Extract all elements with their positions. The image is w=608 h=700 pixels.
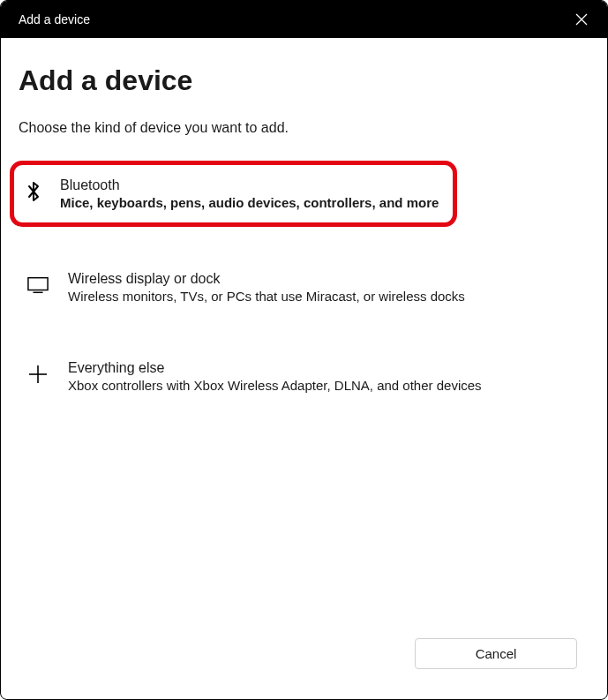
cancel-button[interactable]: Cancel: [415, 638, 577, 669]
plus-icon: [27, 364, 49, 385]
option-wireless-text: Wireless display or dock Wireless monito…: [68, 271, 465, 304]
option-bluetooth-desc: Mice, keyboards, pens, audio devices, co…: [60, 195, 439, 210]
option-everything-title: Everything else: [68, 360, 482, 376]
option-bluetooth-text: Bluetooth Mice, keyboards, pens, audio d…: [60, 177, 439, 210]
monitor-icon: [27, 275, 49, 296]
titlebar-title: Add a device: [19, 12, 90, 26]
page-title: Add a device: [19, 64, 589, 97]
page-subtitle: Choose the kind of device you want to ad…: [19, 120, 589, 136]
titlebar: Add a device: [1, 1, 607, 38]
close-button[interactable]: [574, 11, 589, 27]
option-everything-text: Everything else Xbox controllers with Xb…: [68, 360, 482, 393]
option-everything-desc: Xbox controllers with Xbox Wireless Adap…: [68, 378, 482, 393]
dialog-content: Add a device Choose the kind of device y…: [1, 38, 607, 699]
svg-rect-2: [28, 278, 48, 290]
option-wireless-display[interactable]: Wireless display or dock Wireless monito…: [19, 259, 589, 316]
option-wireless-title: Wireless display or dock: [68, 271, 465, 287]
device-options: Bluetooth Mice, keyboards, pens, audio d…: [19, 161, 589, 405]
dialog-footer: Cancel: [19, 638, 589, 681]
bluetooth-icon: [23, 181, 44, 202]
close-icon: [575, 13, 588, 26]
option-bluetooth[interactable]: Bluetooth Mice, keyboards, pens, audio d…: [10, 161, 457, 227]
option-wireless-desc: Wireless monitors, TVs, or PCs that use …: [68, 289, 465, 304]
option-bluetooth-title: Bluetooth: [60, 177, 439, 193]
option-everything-else[interactable]: Everything else Xbox controllers with Xb…: [19, 348, 589, 405]
